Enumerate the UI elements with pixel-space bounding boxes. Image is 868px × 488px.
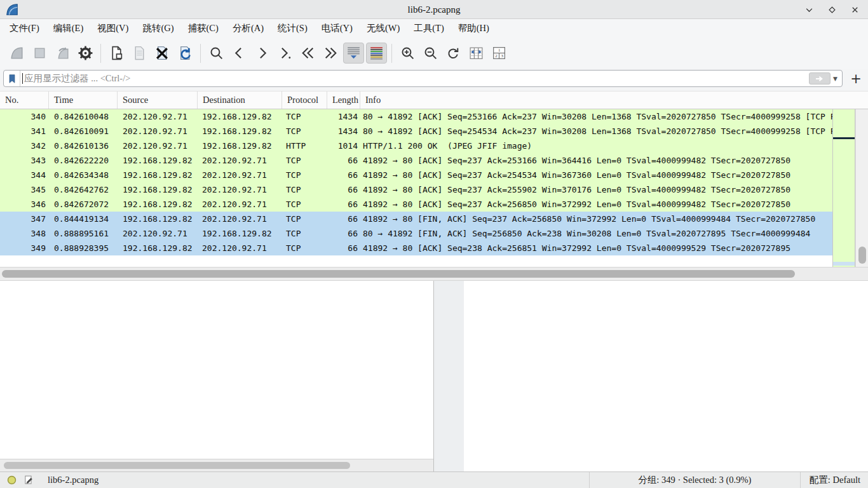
cell-time: 0.842610048 — [49, 109, 118, 124]
menu-item-8[interactable]: 无线(W) — [360, 19, 407, 37]
apply-filter-button[interactable] — [809, 72, 831, 85]
intelligent-scrollbar-minimap[interactable] — [832, 109, 855, 267]
cell-destination: 202.120.92.71 — [198, 197, 282, 212]
column-header-time[interactable]: Time — [49, 92, 118, 109]
cell-info: 41892 → 80 [ACK] Seq=238 Ack=256851 Win=… — [360, 241, 832, 255]
layout-chooser-button[interactable]: 123 — [489, 43, 510, 64]
cell-length: 66 — [327, 168, 360, 182]
packet-row-340[interactable]: 3400.842610048202.120.92.71192.168.129.8… — [0, 109, 832, 124]
cell-info: 41892 → 80 [ACK] Seq=237 Ack=253166 Win=… — [360, 153, 832, 168]
menu-item-10[interactable]: 帮助(H) — [451, 19, 496, 37]
cell-protocol: TCP — [282, 109, 327, 124]
resize-columns-button[interactable] — [466, 43, 487, 64]
filter-dropdown-arrow[interactable]: ▼ — [833, 76, 837, 82]
packet-list-horizontal-scrollbar[interactable] — [0, 267, 868, 281]
maximize-button[interactable] — [825, 3, 839, 17]
reload-file-icon — [177, 45, 193, 61]
go-to-packet-button[interactable] — [275, 43, 295, 64]
capture-options-button[interactable] — [75, 43, 96, 64]
packet-row-347[interactable]: 3470.844419134192.168.129.82202.120.92.7… — [0, 212, 832, 226]
close-button[interactable] — [848, 3, 862, 17]
cell-time: 0.842610136 — [49, 139, 118, 153]
cell-length: 66 — [327, 241, 360, 255]
previous-packet-button[interactable] — [229, 43, 250, 64]
cell-source: 202.120.92.71 — [118, 139, 198, 153]
display-filter-input[interactable] — [23, 71, 809, 86]
details-scrollbar-thumb[interactable] — [4, 462, 350, 469]
pane-splitter[interactable] — [434, 281, 464, 471]
capture-comment-icon[interactable] — [23, 475, 34, 486]
cell-source: 202.120.92.71 — [118, 109, 198, 124]
packet-row-342[interactable]: 3420.842610136202.120.92.71192.168.129.8… — [0, 139, 832, 153]
open-file-icon — [109, 45, 125, 61]
packet-list-vertical-scrollbar[interactable] — [855, 109, 868, 267]
menu-item-1[interactable]: 编辑(E) — [46, 19, 91, 37]
find-packet-button[interactable] — [206, 43, 227, 64]
next-packet-button[interactable] — [252, 43, 273, 64]
column-header-protocol[interactable]: Protocol — [282, 92, 327, 109]
zoom-out-button[interactable] — [420, 43, 441, 64]
menu-item-7[interactable]: 电话(Y) — [315, 19, 360, 37]
menu-item-5[interactable]: 分析(A) — [226, 19, 271, 37]
packet-row-343[interactable]: 3430.842622220192.168.129.82202.120.92.7… — [0, 153, 832, 168]
find-packet-icon — [208, 45, 224, 61]
profile-button[interactable]: 配置: Default — [800, 472, 868, 488]
horizontal-scrollbar-thumb[interactable] — [2, 270, 795, 278]
cell-time: 0.842642762 — [49, 182, 118, 197]
menu-item-4[interactable]: 捕获(C) — [181, 19, 226, 37]
cell-destination: 202.120.92.71 — [198, 241, 282, 255]
last-packet-button[interactable] — [320, 43, 341, 64]
zoom-out-icon — [423, 45, 438, 61]
bookmark-icon[interactable] — [4, 71, 20, 86]
normal-size-button[interactable] — [443, 43, 464, 64]
packet-row-348[interactable]: 3480.888895161202.120.92.71192.168.129.8… — [0, 226, 832, 241]
vertical-scrollbar-thumb[interactable] — [858, 247, 866, 264]
cell-destination: 192.168.129.82 — [198, 226, 282, 241]
column-header-destination[interactable]: Destination — [198, 92, 282, 109]
minimap-position-marker — [833, 137, 855, 139]
colorize-icon — [369, 45, 384, 61]
reload-file-button[interactable] — [175, 43, 196, 64]
column-header-no[interactable]: No. — [0, 92, 49, 109]
cell-length: 66 — [327, 212, 360, 226]
menu-item-6[interactable]: 统计(S) — [271, 19, 315, 37]
zoom-in-button[interactable] — [397, 43, 418, 64]
cell-length: 66 — [327, 197, 360, 212]
minimize-button[interactable] — [802, 3, 816, 17]
capture-options-icon — [78, 45, 93, 61]
packet-row-345[interactable]: 3450.842642762192.168.129.82202.120.92.7… — [0, 182, 832, 197]
packet-row-344[interactable]: 3440.842634348192.168.129.82202.120.92.7… — [0, 168, 832, 182]
cell-protocol: TCP — [282, 153, 327, 168]
first-packet-button[interactable] — [297, 43, 318, 64]
open-file-button[interactable] — [106, 43, 127, 64]
cell-source: 192.168.129.82 — [118, 241, 198, 255]
stop-capture-icon — [32, 45, 48, 61]
close-file-button[interactable] — [152, 43, 173, 64]
menu-item-0[interactable]: 文件(F) — [3, 19, 46, 37]
cell-source: 192.168.129.82 — [118, 182, 198, 197]
expert-info-icon[interactable] — [6, 475, 17, 486]
packet-row-349[interactable]: 3490.888928395192.168.129.82202.120.92.7… — [0, 241, 832, 255]
cell-info: 80 → 41892 [ACK] Seq=254534 Ack=237 Win=… — [360, 124, 832, 139]
cell-no: 340 — [0, 109, 49, 124]
svg-text:1: 1 — [498, 48, 499, 52]
auto-scroll-button[interactable] — [343, 43, 364, 64]
menu-item-2[interactable]: 视图(V) — [90, 19, 135, 37]
go-to-packet-icon — [277, 45, 293, 61]
packet-row-341[interactable]: 3410.842610091202.120.92.71192.168.129.8… — [0, 124, 832, 139]
packet-row-346[interactable]: 3460.842672072192.168.129.82202.120.92.7… — [0, 197, 832, 212]
display-filter-field[interactable]: ▼ — [3, 70, 843, 87]
menu-item-9[interactable]: 工具(T) — [407, 19, 451, 37]
apply-arrow-icon — [815, 75, 825, 83]
colorize-button[interactable] — [366, 43, 387, 64]
column-header-info[interactable]: Info — [360, 92, 868, 109]
last-packet-icon — [323, 45, 339, 61]
column-header-source[interactable]: Source — [118, 92, 198, 109]
cell-protocol: HTTP — [282, 139, 327, 153]
column-header-length[interactable]: Length — [327, 92, 360, 109]
details-horizontal-scrollbar[interactable] — [0, 459, 433, 471]
menu-item-3[interactable]: 跳转(G) — [135, 19, 180, 37]
add-filter-button[interactable]: + — [848, 71, 864, 87]
cell-time: 0.842672072 — [49, 197, 118, 212]
toolbar-separator — [100, 44, 101, 63]
